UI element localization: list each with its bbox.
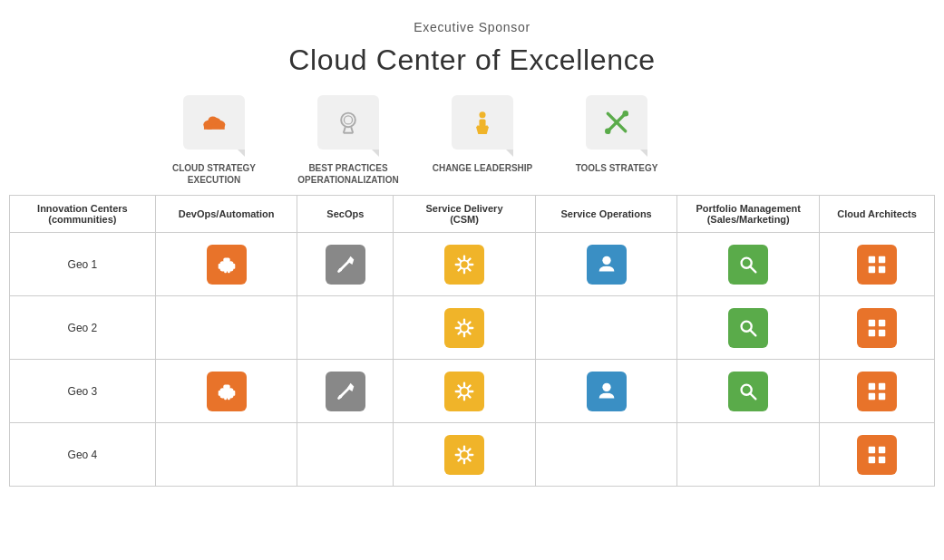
svg-rect-60 — [869, 329, 875, 335]
svg-rect-25 — [232, 264, 235, 269]
grid-orange-icon — [857, 308, 897, 348]
svg-line-81 — [459, 394, 462, 397]
svg-line-37 — [468, 267, 471, 270]
magic-gray-icon — [326, 245, 365, 285]
svg-line-79 — [468, 394, 471, 397]
svg-line-96 — [468, 449, 471, 451]
geo-label: Geo 4 — [10, 423, 156, 487]
cloud-strategy-label: CLOUD STRATEGYEXECUTION — [155, 162, 273, 186]
robot-orange-icon — [207, 245, 247, 285]
table-row: Geo 3 — [10, 360, 935, 423]
svg-point-4 — [209, 117, 218, 125]
executive-sponsor-label: Executive Sponsor — [414, 20, 530, 34]
svg-rect-45 — [869, 266, 875, 272]
svg-point-23 — [228, 265, 231, 268]
svg-line-78 — [459, 385, 462, 388]
svg-line-52 — [459, 322, 462, 324]
svg-rect-24 — [218, 264, 220, 269]
svg-rect-101 — [879, 456, 885, 462]
grid-orange-icon — [857, 245, 897, 285]
header-devops: DevOps/Automation — [155, 196, 297, 233]
change-leadership-icon-box — [452, 95, 513, 150]
svg-rect-59 — [879, 319, 885, 325]
category-icons-row: CLOUD STRATEGYEXECUTION BEST PRACTICESOP… — [9, 95, 935, 186]
cell-geo1-portfolio — [677, 233, 820, 296]
icon-col-best-practices: BEST PRACTICESOPERATIONALIZATION — [281, 95, 415, 186]
svg-rect-43 — [869, 256, 875, 262]
icon-col-change-leadership: CHANGE LEADERSHIP — [415, 95, 550, 186]
svg-rect-69 — [228, 396, 230, 400]
cell-geo1-service-ops — [535, 233, 677, 296]
cell-geo2-secops — [297, 296, 394, 360]
cell-geo3-service-delivery — [394, 360, 536, 423]
search-green-icon — [728, 372, 768, 411]
svg-rect-61 — [879, 329, 885, 335]
badge-icon — [336, 111, 360, 134]
svg-rect-98 — [869, 446, 875, 452]
svg-point-10 — [479, 111, 485, 118]
svg-rect-68 — [224, 396, 227, 400]
svg-rect-67 — [232, 391, 235, 396]
svg-point-30 — [338, 267, 342, 271]
svg-rect-86 — [879, 382, 885, 389]
svg-line-7 — [344, 127, 345, 133]
svg-line-55 — [459, 331, 462, 333]
table-row: Geo 4 — [10, 423, 935, 487]
svg-line-36 — [459, 258, 462, 261]
main-grid: Innovation Centers(communities) DevOps/A… — [9, 195, 935, 487]
best-practices-icon-box — [317, 95, 379, 150]
cloud-icon — [202, 111, 226, 134]
header-portfolio: Portfolio Management(Sales/Marketing) — [677, 196, 820, 233]
cloud-strategy-icon-box — [183, 95, 245, 150]
person-blue-icon — [587, 372, 627, 411]
svg-rect-63 — [223, 384, 229, 389]
tools-strategy-label: TOOLS STRATEGY — [558, 162, 676, 174]
search-green-icon — [728, 245, 768, 285]
magic-gray-icon — [326, 372, 365, 411]
cell-geo2-service-delivery — [394, 296, 536, 360]
cell-geo2-portfolio — [677, 296, 820, 360]
svg-rect-66 — [218, 391, 220, 396]
header-cloud-architects: Cloud Architects — [820, 196, 935, 233]
change-leadership-label: CHANGE LEADERSHIP — [423, 162, 541, 174]
svg-rect-85 — [869, 382, 875, 389]
cell-geo4-portfolio — [677, 423, 820, 487]
svg-point-65 — [228, 391, 231, 395]
svg-line-42 — [750, 266, 756, 272]
robot-orange-icon — [207, 372, 247, 411]
grid-orange-icon — [857, 435, 897, 475]
svg-rect-58 — [869, 319, 875, 325]
gear-yellow-icon — [444, 372, 484, 411]
cell-geo1-devops — [155, 233, 297, 296]
header-innovation: Innovation Centers(communities) — [10, 196, 156, 233]
svg-line-80 — [468, 385, 471, 388]
grid-orange-icon — [857, 372, 897, 411]
svg-rect-26 — [224, 269, 227, 273]
person-blue-icon — [587, 245, 627, 285]
cell-geo2-cloud-architects — [820, 296, 935, 360]
svg-rect-87 — [869, 392, 875, 399]
cell-geo1-service-delivery — [394, 233, 536, 296]
cell-geo3-portfolio — [677, 360, 820, 423]
svg-rect-88 — [879, 392, 885, 399]
header-service-ops: Service Operations — [535, 196, 677, 233]
svg-line-57 — [750, 329, 756, 335]
svg-line-95 — [468, 458, 471, 460]
svg-rect-21 — [223, 257, 229, 262]
cell-geo4-secops — [297, 423, 394, 487]
svg-point-22 — [221, 265, 225, 268]
svg-rect-11 — [479, 119, 485, 126]
gear-yellow-icon — [444, 245, 484, 285]
table-row: Geo 2 — [10, 296, 935, 360]
cell-geo4-cloud-architects — [820, 423, 935, 487]
cell-geo2-devops — [155, 296, 297, 360]
cell-geo1-secops — [297, 233, 394, 296]
svg-rect-27 — [228, 269, 230, 273]
tools-icon — [605, 111, 628, 134]
svg-point-64 — [221, 391, 225, 395]
cell-geo4-devops — [155, 423, 297, 487]
cell-geo3-service-ops — [535, 360, 677, 423]
icon-col-tools-strategy: TOOLS STRATEGY — [550, 95, 684, 186]
svg-rect-44 — [879, 256, 885, 262]
svg-point-6 — [344, 116, 352, 124]
